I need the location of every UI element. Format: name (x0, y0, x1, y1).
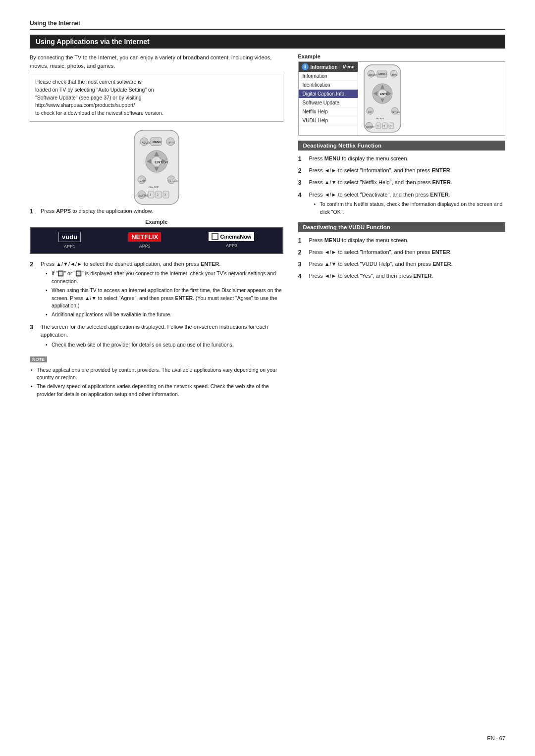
bullet-2-1: If "🔲" or "🔲" is displayed after you con… (46, 270, 283, 286)
netflix-step-num-4: 4 (298, 191, 306, 200)
svg-text:3: 3 (164, 193, 166, 196)
svg-text:EXIT: EXIT (368, 111, 373, 113)
svg-text:3: 3 (390, 125, 391, 128)
svg-text:APPS: APPS (392, 74, 397, 76)
vudu-step-4-content: Press ◄/► to select "Yes", and then pres… (309, 272, 506, 280)
vudu-step-1: 1 Press MENU to display the menu screen. (298, 236, 506, 245)
example-label-left: Example (30, 219, 283, 225)
step-1: 1 Press APPS to display the application … (30, 207, 283, 216)
menu-label: Menu (343, 64, 355, 69)
vudu-step-num-2: 2 (298, 248, 306, 257)
svg-text:RETURN: RETURN (392, 111, 400, 113)
menu-item-vudu-help: VUDU Help (299, 116, 358, 125)
main-title: Using Applications via the Internet (30, 35, 505, 49)
left-column: By connecting the TV to the Internet, yo… (30, 53, 283, 400)
vudu-step-4: 4 Press ◄/► to select "Yes", and then pr… (298, 272, 506, 281)
vudu-step-num-4: 4 (298, 272, 306, 281)
menu-header: ℹ Information Menu (299, 62, 358, 72)
remote-right: AQUOS NET MENU APPS ENTER (358, 62, 407, 135)
netflix-step-1-content: Press MENU to display the menu screen. (309, 154, 506, 163)
bullet-3-1: Check the web site of the provider for d… (46, 341, 283, 349)
menu-diagram: ℹ Information Menu Information Identific… (298, 61, 506, 136)
intro-text: By connecting the TV to the Internet, yo… (30, 53, 283, 70)
svg-text:FAV APP: FAV APP (376, 117, 384, 120)
menu-list: ℹ Information Menu Information Identific… (299, 62, 358, 135)
menu-item-information: Information (299, 72, 358, 81)
svg-text:MENU: MENU (378, 73, 386, 76)
deactivate-netflix-title: Deactivating Netflix Function (298, 141, 506, 151)
netflix-step-1: 1 Press MENU to display the menu screen. (298, 154, 506, 163)
vudu-step-num-3: 3 (298, 260, 306, 269)
netflix-step-num-1: 1 (298, 154, 306, 163)
svg-text:1: 1 (150, 193, 151, 196)
app-item-netflix: NETFLIX APP2 (128, 232, 161, 249)
netflix-step-3-content: Press ▲/▼ to select "Netflix Help", and … (309, 178, 506, 187)
step-1-content: Press APPS to display the application wi… (41, 207, 283, 215)
svg-text:EXIT: EXIT (140, 179, 145, 182)
menu-item-netflix-help: Netflix Help (299, 107, 358, 116)
netflix-step-2: 2 Press ◄/► to select "Information", and… (298, 166, 506, 175)
netflix-step-3: 3 Press ▲/▼ to select "Netflix Help", an… (298, 178, 506, 187)
app-label-3: APP3 (226, 243, 237, 248)
netflix-step-num-2: 2 (298, 166, 306, 175)
bullet-2-3: Additional applications will be availabl… (46, 311, 283, 319)
netflix-step-4: 4 Press ◄/► to select "Deactivate", and … (298, 191, 506, 217)
remote-diagram-left: AQUOS NET MENU APPS ENTER EXIT RETURN FA… (127, 128, 186, 207)
step-3: 3 The screen for the selected applicatio… (30, 323, 283, 350)
svg-text:ENTER: ENTER (155, 160, 168, 164)
svg-text:FAV APP: FAV APP (149, 186, 159, 189)
vudu-step-1-content: Press MENU to display the menu screen. (309, 236, 506, 245)
netflix-bullet: To confirm the Netflix status, check the… (314, 201, 506, 216)
step-num-3: 3 (30, 323, 38, 332)
netflix-step-2-content: Press ◄/► to select "Information", and t… (309, 166, 506, 175)
note-bullet-1: These applications are provided by conte… (31, 366, 283, 382)
netflix-step-num-3: 3 (298, 178, 306, 187)
menu-item-identification: Identification (299, 81, 358, 90)
example-label-right: Example (298, 53, 506, 59)
netflix-logo: NETFLIX (128, 232, 161, 242)
page-footer: EN · 67 (487, 735, 505, 741)
page-number: EN · 67 (487, 735, 505, 741)
netflix-step-4-content: Press ◄/► to select "Deactivate", and th… (309, 191, 506, 217)
step-3-content: The screen for the selected application … (41, 323, 283, 350)
deactivate-vudu-title: Deactivating the VUDU Function (298, 222, 506, 232)
note-section: NOTE These applications are provided by … (30, 356, 283, 399)
section-label: Using the Internet (30, 20, 80, 27)
app-item-vudu: vudu APP1 (58, 232, 81, 249)
app-label-1: APP1 (64, 244, 75, 249)
bullet-2-2: When using this TV to access an Internet… (46, 287, 283, 310)
vudu-step-num-1: 1 (298, 236, 306, 245)
note-bullet-2: The delivery speed of applications varie… (31, 383, 283, 399)
svg-rect-21 (148, 191, 154, 198)
menu-item-software-update: Software Update (299, 99, 358, 107)
note-box: Please check that the most current softw… (30, 74, 283, 122)
vudu-step-2: 2 Press ◄/► to select "Information", and… (298, 248, 506, 257)
step-2-content: Press ▲/▼/◄/► to select the desired appl… (41, 260, 283, 320)
step-num-2: 2 (30, 260, 38, 269)
app-window: vudu APP1 NETFLIX APP2 CinemaNow APP3 (30, 227, 283, 254)
right-column: Example ℹ Information Menu Information I… (298, 53, 506, 400)
page-header: Using the Internet (30, 20, 505, 30)
menu-item-digital-caption: Digital Caption Info. (299, 90, 358, 99)
svg-text:FAVORITE: FAVORITE (366, 126, 375, 128)
svg-rect-23 (156, 191, 161, 198)
vudu-logo: vudu (58, 232, 81, 242)
step-2: 2 Press ▲/▼/◄/► to select the desired ap… (30, 260, 283, 320)
svg-text:MENU: MENU (153, 141, 161, 144)
svg-text:RETURN: RETURN (168, 179, 178, 182)
remote-diagram-right: AQUOS NET MENU APPS ENTER (360, 64, 405, 133)
example-section-right: Example ℹ Information Menu Information I… (298, 53, 506, 136)
app-label-2: APP2 (139, 244, 151, 249)
note-line-1: Please check that the most current softw… (35, 79, 163, 116)
svg-text:2: 2 (383, 125, 385, 128)
vudu-step-3: 3 Press ▲/▼ to select "VUDU Help", and t… (298, 260, 506, 269)
app-item-cinemanow: CinemaNow APP3 (209, 232, 254, 248)
svg-rect-25 (163, 191, 169, 198)
menu-info-label: Information (311, 64, 338, 70)
vudu-step-2-content: Press ◄/► to select "Information", and t… (309, 248, 506, 256)
info-icon: ℹ (302, 63, 309, 70)
svg-text:2: 2 (157, 193, 159, 196)
cinemanow-logo: CinemaNow (209, 232, 254, 241)
svg-text:APPS: APPS (168, 141, 175, 144)
step-num-1: 1 (30, 207, 38, 216)
